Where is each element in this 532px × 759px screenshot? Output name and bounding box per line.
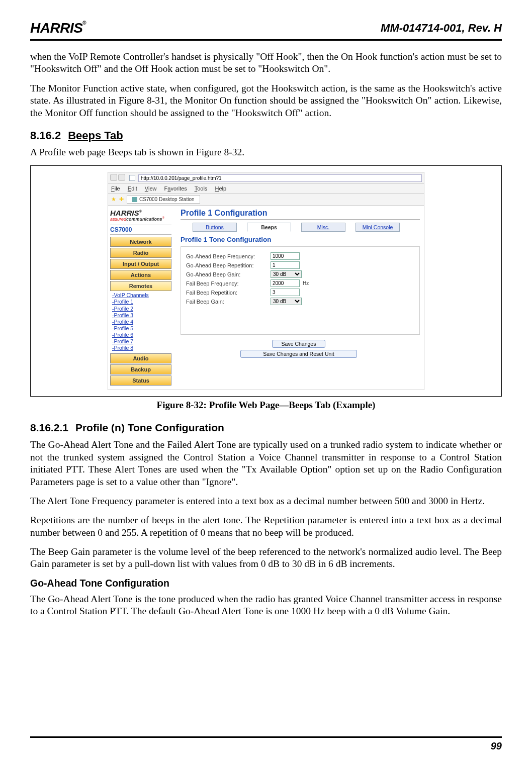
unit-hz: Hz <box>303 280 309 286</box>
page-number: 99 <box>491 740 502 752</box>
page-title: Profile 1 Configuration <box>181 209 420 220</box>
sublink-profile-1[interactable]: -Profile 1 <box>112 299 171 305</box>
label-fail-gain: Fail Beep Gain: <box>186 299 271 305</box>
figure-container: File Edit View Favorites Tools Help ★ ✚ … <box>30 165 502 397</box>
select-fail-gain[interactable]: 30 dB <box>271 298 302 305</box>
favicon-icon <box>132 197 137 202</box>
page-header: HARRIS® MM-014714-001, Rev. H <box>30 20 502 41</box>
sidebar-item-remotes[interactable]: Remotes <box>110 281 171 291</box>
browser-tabrow: ★ ✚ CS7000 Desktop Station <box>108 193 424 206</box>
menu-edit[interactable]: Edit <box>128 185 137 192</box>
tab-beeps[interactable]: Beeps <box>247 223 291 232</box>
address-input[interactable] <box>138 174 422 182</box>
harris-logo: HARRIS® <box>30 20 86 36</box>
body-paragraph: The Go-Ahead Alert Tone is the tone prod… <box>30 593 502 618</box>
tab-buttons[interactable]: Buttons <box>193 223 237 232</box>
sidebar-item-radio[interactable]: Radio <box>110 248 171 258</box>
label-fail-freq: Fail Beep Frequency: <box>186 280 271 287</box>
menu-view[interactable]: View <box>145 185 157 192</box>
select-ga-gain[interactable]: 30 dB <box>271 270 302 278</box>
tab-mini-console[interactable]: Mini Console <box>356 223 400 232</box>
label-ga-rep: Go-Ahead Beep Repetition: <box>186 262 271 268</box>
subsection-title: Profile (n) Tone Configuration <box>75 422 224 433</box>
menu-help[interactable]: Help <box>215 185 226 192</box>
page-content: HARRIS® assuredcommunications® CS7000 Ne… <box>108 206 424 390</box>
browser-tab[interactable]: CS7000 Desktop Station <box>127 195 200 204</box>
sidebar-item-input-output[interactable]: Input / Output <box>110 259 171 269</box>
sublink-profile-3[interactable]: -Profile 3 <box>112 312 171 319</box>
row-fail-freq: Fail Beep Frequency: Hz <box>186 279 414 287</box>
sidebar-item-actions[interactable]: Actions <box>110 270 171 280</box>
heading-go-ahead: Go-Ahead Tone Configuration <box>30 578 502 589</box>
input-ga-rep[interactable] <box>271 261 300 269</box>
save-button[interactable]: Save Changes <box>272 340 326 348</box>
row-ga-rep: Go-Ahead Beep Repetition: <box>186 261 414 269</box>
section-heading-beeps-tab: 8.16.2Beeps Tab <box>30 129 502 142</box>
sidebar-item-status[interactable]: Status <box>110 375 171 386</box>
row-fail-gain: Fail Beep Gain: 30 dB <box>186 298 414 305</box>
sidebar: HARRIS® assuredcommunications® CS7000 Ne… <box>108 206 173 390</box>
form-actions: Save Changes Save Changes and Reset Unit <box>178 339 420 359</box>
doc-id: MM-014714-001, Rev. H <box>381 22 502 35</box>
tab-misc[interactable]: Misc. <box>301 223 345 232</box>
sublink-profile-2[interactable]: -Profile 2 <box>112 306 171 312</box>
row-fail-rep: Fail Beep Repetition: <box>186 289 414 296</box>
tone-form: Go-Ahead Beep Frequency: Go-Ahead Beep R… <box>181 246 420 335</box>
sidebar-item-backup[interactable]: Backup <box>110 364 171 374</box>
body-paragraph: The Alert Tone Frequency parameter is en… <box>30 495 502 507</box>
body-paragraph: A Profile web page Beeps tab is shown in… <box>30 146 502 158</box>
label-ga-freq: Go-Ahead Beep Frequency: <box>186 253 271 259</box>
row-ga-freq: Go-Ahead Beep Frequency: <box>186 252 414 260</box>
sidebar-item-audio[interactable]: Audio <box>110 353 171 363</box>
body-paragraph: Repetitions are the number of beeps in t… <box>30 514 502 539</box>
input-fail-freq[interactable] <box>271 279 300 287</box>
sublink-voip-channels[interactable]: -VoIP Channels <box>112 292 171 299</box>
sublink-profile-4[interactable]: -Profile 4 <box>112 319 171 325</box>
sidebar-tagline: assuredcommunications® <box>110 216 171 222</box>
save-reset-button[interactable]: Save Changes and Reset Unit <box>240 350 357 358</box>
sublink-profile-5[interactable]: -Profile 5 <box>112 325 171 332</box>
profile-tabs: Buttons Beeps Misc. Mini Console <box>193 223 420 232</box>
browser-nav-icons <box>110 174 126 182</box>
back-icon[interactable] <box>110 174 117 181</box>
menu-file[interactable]: File <box>111 185 120 192</box>
sublink-profile-8[interactable]: -Profile 8 <box>112 345 171 351</box>
subsection-number: 8.16.2.1 <box>30 422 68 433</box>
sidebar-product: CS7000 <box>110 225 171 235</box>
embedded-screenshot: File Edit View Favorites Tools Help ★ ✚ … <box>108 172 424 390</box>
sublink-profile-6[interactable]: -Profile 6 <box>112 332 171 338</box>
browser-urlbar <box>108 172 424 184</box>
input-ga-freq[interactable] <box>271 252 300 260</box>
sublink-profile-7[interactable]: -Profile 7 <box>112 338 171 345</box>
label-fail-rep: Fail Beep Repetition: <box>186 290 271 296</box>
browser-menubar: File Edit View Favorites Tools Help <box>108 184 424 193</box>
body-paragraph: The Go-Ahead Alert Tone and the Failed A… <box>30 439 502 488</box>
main-panel: Profile 1 Configuration Buttons Beeps Mi… <box>173 206 424 390</box>
favorites-star-icon[interactable]: ★ <box>111 196 116 203</box>
body-paragraph: when the VoIP Remote Controller's handse… <box>30 51 502 75</box>
label-ga-gain: Go-Ahead Beep Gain: <box>186 271 271 277</box>
body-paragraph: The Beep Gain parameter is the volume le… <box>30 546 502 571</box>
sidebar-item-network[interactable]: Network <box>110 237 171 247</box>
section-title: Beeps Tab <box>68 129 123 142</box>
menu-tools[interactable]: Tools <box>195 185 208 192</box>
add-favorite-icon[interactable]: ✚ <box>119 196 124 203</box>
input-fail-rep[interactable] <box>271 289 300 296</box>
page-icon <box>129 175 135 181</box>
sidebar-sublinks: -VoIP Channels -Profile 1 -Profile 2 -Pr… <box>112 292 171 351</box>
figure-caption: Figure 8-32: Profile Web Page—Beeps Tab … <box>30 400 502 411</box>
body-paragraph: The Monitor Function active state, when … <box>30 82 502 119</box>
subsection-heading-tone-config: 8.16.2.1Profile (n) Tone Configuration <box>30 422 502 434</box>
footer-rule <box>30 736 502 738</box>
panel-subtitle: Profile 1 Tone Configuration <box>181 236 420 243</box>
row-ga-gain: Go-Ahead Beep Gain: 30 dB <box>186 270 414 278</box>
menu-favorites[interactable]: Favorites <box>164 185 187 192</box>
forward-icon[interactable] <box>118 174 125 181</box>
section-number: 8.16.2 <box>30 129 61 142</box>
